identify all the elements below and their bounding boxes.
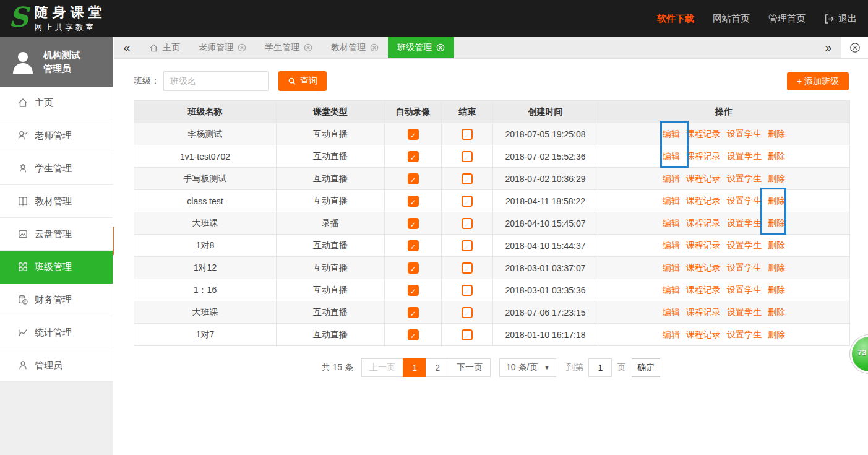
set-students-link[interactable]: 设置学生 xyxy=(727,173,762,183)
sidebar-item-statistics[interactable]: 统计管理 xyxy=(0,316,113,349)
delete-link[interactable]: 删除 xyxy=(768,285,785,295)
add-class-button[interactable]: + 添加班级 xyxy=(787,72,849,90)
sidebar-item-materials[interactable]: 教材管理 xyxy=(0,185,113,218)
class-name-input[interactable] xyxy=(163,71,269,91)
ended-checkbox[interactable] xyxy=(462,218,473,229)
edit-link[interactable]: 编辑 xyxy=(663,173,680,183)
edit-link[interactable]: 编辑 xyxy=(663,240,680,250)
auto-record-checkbox[interactable] xyxy=(408,307,419,318)
course-records-link[interactable]: 课程记录 xyxy=(686,173,721,183)
delete-link[interactable]: 删除 xyxy=(768,329,785,339)
ended-checkbox[interactable] xyxy=(462,129,473,140)
set-students-link[interactable]: 设置学生 xyxy=(727,262,762,272)
edit-link[interactable]: 编辑 xyxy=(663,262,680,272)
delete-link[interactable]: 删除 xyxy=(768,151,785,161)
sidebar-item-admins[interactable]: 管理员 xyxy=(0,349,113,382)
sidebar-item-cloud-disk[interactable]: 云盘管理 xyxy=(0,218,113,251)
course-records-link[interactable]: 课程记录 xyxy=(686,262,721,272)
edit-link[interactable]: 编辑 xyxy=(663,129,680,139)
auto-record-checkbox[interactable] xyxy=(408,285,419,296)
tab-classes[interactable]: 班级管理 xyxy=(388,37,454,58)
prev-page-button[interactable]: 上一页 xyxy=(361,358,403,377)
auto-record-checkbox[interactable] xyxy=(408,173,419,184)
ended-checkbox[interactable] xyxy=(462,196,473,207)
edit-link[interactable]: 编辑 xyxy=(663,218,680,228)
tabs-scroll-right-button[interactable]: » xyxy=(815,37,841,58)
page-button-2[interactable]: 2 xyxy=(426,358,449,377)
ended-checkbox[interactable] xyxy=(462,240,473,251)
close-icon[interactable] xyxy=(238,43,246,52)
sidebar-item-classes[interactable]: 班级管理 xyxy=(0,251,113,284)
course-records-link[interactable]: 课程记录 xyxy=(686,129,721,139)
close-icon[interactable] xyxy=(304,43,312,52)
course-records-link[interactable]: 课程记录 xyxy=(686,196,721,206)
tab-teachers[interactable]: 老师管理 xyxy=(189,37,256,58)
course-records-link[interactable]: 课程记录 xyxy=(686,329,721,339)
sidebar-item-home[interactable]: 主页 xyxy=(0,87,113,119)
ended-checkbox[interactable] xyxy=(462,262,473,274)
nav-website-home[interactable]: 网站首页 xyxy=(713,13,750,25)
course-records-link[interactable]: 课程记录 xyxy=(686,307,721,317)
nav-logout[interactable]: 退出 xyxy=(824,13,857,25)
set-students-link[interactable]: 设置学生 xyxy=(727,196,762,206)
ended-checkbox[interactable] xyxy=(462,173,473,184)
set-students-link[interactable]: 设置学生 xyxy=(727,218,762,228)
actions-cell: 编辑课程记录设置学生删除 xyxy=(598,145,850,168)
edit-link[interactable]: 编辑 xyxy=(663,307,680,317)
delete-link[interactable]: 删除 xyxy=(768,129,785,139)
sidebar-item-teachers[interactable]: 老师管理 xyxy=(0,119,113,152)
set-students-link[interactable]: 设置学生 xyxy=(727,285,762,295)
close-icon[interactable] xyxy=(436,43,445,52)
sidebar-item-students[interactable]: 学生管理 xyxy=(0,152,113,185)
close-icon[interactable] xyxy=(370,43,379,52)
edit-link[interactable]: 编辑 xyxy=(663,196,680,206)
goto-page-input[interactable] xyxy=(588,358,612,377)
nav-software-download[interactable]: 软件下载 xyxy=(657,13,694,25)
set-students-link[interactable]: 设置学生 xyxy=(727,240,762,250)
page-size-select[interactable]: 10 条/页 ▼ xyxy=(499,358,556,377)
tab-students[interactable]: 学生管理 xyxy=(256,37,322,58)
tabs-scroll-left-button[interactable]: « xyxy=(114,37,140,58)
confirm-button[interactable]: 确定 xyxy=(632,358,660,377)
close-all-tabs-button[interactable] xyxy=(841,37,868,58)
ended-checkbox[interactable] xyxy=(462,151,473,162)
search-button[interactable]: 查询 xyxy=(278,71,327,91)
close-circle-icon xyxy=(849,42,861,53)
delete-link[interactable]: 删除 xyxy=(768,218,785,228)
nav-admin-home[interactable]: 管理首页 xyxy=(768,13,806,25)
set-students-link[interactable]: 设置学生 xyxy=(727,151,762,161)
course-records-link[interactable]: 课程记录 xyxy=(686,285,721,295)
set-students-link[interactable]: 设置学生 xyxy=(727,329,762,339)
auto-record-checkbox[interactable] xyxy=(408,262,419,274)
auto-record-checkbox[interactable] xyxy=(408,129,419,140)
auto-record-checkbox[interactable] xyxy=(408,151,419,162)
auto-record-checkbox[interactable] xyxy=(408,196,419,207)
auto-record-checkbox[interactable] xyxy=(408,240,419,251)
delete-link[interactable]: 删除 xyxy=(768,307,785,317)
next-page-button[interactable]: 下一页 xyxy=(449,358,491,377)
page-button-1[interactable]: 1 xyxy=(403,358,426,377)
ended-checkbox[interactable] xyxy=(462,329,473,340)
created-time-cell: 2018-07-05 19:25:08 xyxy=(493,123,598,145)
sidebar-item-finance[interactable]: 财务管理 xyxy=(0,284,113,316)
delete-link[interactable]: 删除 xyxy=(768,196,785,206)
auto-record-checkbox[interactable] xyxy=(408,218,419,229)
actions-cell: 编辑课程记录设置学生删除 xyxy=(598,301,850,324)
delete-link[interactable]: 删除 xyxy=(768,262,785,272)
tab-materials[interactable]: 教材管理 xyxy=(322,37,388,58)
edit-link[interactable]: 编辑 xyxy=(663,285,680,295)
set-students-link[interactable]: 设置学生 xyxy=(727,307,762,317)
edit-link[interactable]: 编辑 xyxy=(663,329,680,339)
edit-link[interactable]: 编辑 xyxy=(663,151,680,161)
delete-link[interactable]: 删除 xyxy=(768,173,785,183)
course-records-link[interactable]: 课程记录 xyxy=(686,151,721,161)
ended-checkbox[interactable] xyxy=(462,285,473,296)
course-records-link[interactable]: 课程记录 xyxy=(686,218,721,228)
ended-checkbox[interactable] xyxy=(462,307,473,318)
ended-cell xyxy=(442,235,493,257)
delete-link[interactable]: 删除 xyxy=(768,240,785,250)
set-students-link[interactable]: 设置学生 xyxy=(727,129,762,139)
tab-home[interactable]: 主页 xyxy=(140,37,189,58)
auto-record-checkbox[interactable] xyxy=(408,329,419,340)
course-records-link[interactable]: 课程记录 xyxy=(686,240,721,250)
